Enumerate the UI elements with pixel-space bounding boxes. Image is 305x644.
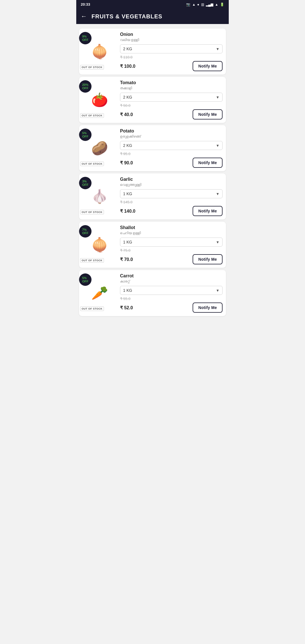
back-button[interactable]: ←	[81, 13, 87, 20]
chevron-down-icon-tomato: ▼	[216, 95, 219, 99]
product-image-wrapper-onion: 9%OFF 🧅 OUT OF STOCK	[79, 32, 120, 71]
out-of-stock-tomato: OUT OF STOCK	[80, 113, 104, 118]
product-name-local-garlic: വെളുത്തുള്ളി	[120, 183, 141, 187]
discount-badge-tomato: 20%OFF	[79, 80, 91, 93]
quantity-selector-potato[interactable]: 2 KG ▼	[120, 141, 223, 150]
product-image-shallot: 🧅	[87, 234, 112, 255]
notify-button-garlic[interactable]: Notify Me	[193, 206, 223, 216]
price-row-shallot: ₹ 75.0	[120, 248, 223, 253]
dot-icon: ●	[197, 3, 199, 6]
product-image-carrot: 🥕	[87, 282, 112, 304]
product-name-en-garlic: Garlic	[120, 177, 133, 182]
product-name-local-carrot: കാരറ്റ്	[120, 279, 130, 283]
product-card-garlic: 3%OFF 🧄 OUT OF STOCK Garlic വെളുത്തുള്ളി…	[79, 173, 226, 219]
product-name-local-potato: ഉരുളക്കിഴങ്ങ്	[120, 134, 141, 138]
quantity-value-carrot: 1 KG	[123, 288, 132, 293]
battery-icon: 🔋	[220, 3, 224, 6]
product-image-garlic: 🧄	[87, 186, 112, 207]
app-header: ← FRUITS & VEGETABLES	[76, 9, 229, 24]
quantity-value-garlic: 1 KG	[123, 192, 132, 196]
product-list: 9%OFF 🧅 OUT OF STOCK Onion വലിയ ഉള്ളി 2 …	[76, 24, 229, 321]
out-of-stock-shallot: OUT OF STOCK	[80, 258, 104, 263]
product-image-wrapper-carrot: 5%OFF 🥕 OUT OF STOCK	[79, 273, 120, 313]
price-row-bottom-garlic: ₹ 140.0 Notify Me	[120, 206, 223, 216]
price-row-potato: ₹ 95.0	[120, 152, 223, 156]
product-info-shallot: Shallot ചെറിയ ഉള്ളി 1 KG ▼ ₹ 75.0 ₹ 70.0…	[120, 225, 223, 264]
product-name-en-tomato: Tomato	[120, 80, 136, 85]
quantity-value-tomato: 2 KG	[123, 95, 132, 99]
quantity-selector-garlic[interactable]: 1 KG ▼	[120, 189, 223, 198]
chevron-down-icon-onion: ▼	[216, 47, 219, 51]
quantity-selector-shallot[interactable]: 1 KG ▼	[120, 238, 223, 247]
product-card-onion: 9%OFF 🧅 OUT OF STOCK Onion വലിയ ഉള്ളി 2 …	[79, 29, 226, 75]
price-original-potato: ₹ 95.0	[120, 152, 130, 156]
product-info-tomato: Tomato തക്കാളി 2 KG ▼ ₹ 50.0 ₹ 40.0 Noti…	[120, 80, 223, 119]
status-bar: 20:33 📷 ▲ ● ▥ ▂▄▆ ▲ 🔋	[76, 0, 229, 9]
price-original-tomato: ₹ 50.0	[120, 103, 130, 108]
signal-icon: ▂▄▆	[206, 3, 213, 6]
notify-button-potato[interactable]: Notify Me	[193, 158, 223, 168]
out-of-stock-garlic: OUT OF STOCK	[80, 210, 104, 214]
discount-badge-potato: 5%OFF	[79, 129, 91, 141]
price-current-shallot: ₹ 70.0	[120, 257, 133, 262]
quantity-value-shallot: 1 KG	[123, 240, 132, 244]
price-row-bottom-shallot: ₹ 70.0 Notify Me	[120, 254, 223, 264]
wifi-icon: ▲	[215, 3, 218, 6]
quantity-value-onion: 2 KG	[123, 47, 132, 51]
product-name-en-potato: Potato	[120, 129, 134, 133]
price-row-bottom-onion: ₹ 100.0 Notify Me	[120, 61, 223, 71]
product-info-potato: Potato ഉരുളക്കിഴങ്ങ് 2 KG ▼ ₹ 95.0 ₹ 90.…	[120, 129, 223, 168]
product-name-shallot: Shallot ചെറിയ ഉള്ളി	[120, 225, 223, 235]
product-info-garlic: Garlic വെളുത്തുള്ളി 1 KG ▼ ₹ 145.0 ₹ 140…	[120, 177, 223, 216]
product-card-shallot: 7%OFF 🧅 OUT OF STOCK Shallot ചെറിയ ഉള്ളി…	[79, 222, 226, 268]
out-of-stock-onion: OUT OF STOCK	[80, 65, 104, 69]
product-image-wrapper-shallot: 7%OFF 🧅 OUT OF STOCK	[79, 225, 120, 264]
out-of-stock-carrot: OUT OF STOCK	[80, 306, 104, 311]
page-title: FRUITS & VEGETABLES	[91, 13, 162, 20]
nav-icon: ▲	[192, 3, 195, 6]
notify-button-tomato[interactable]: Notify Me	[193, 109, 223, 119]
status-time: 20:33	[81, 2, 90, 6]
product-image-potato: 🥔	[87, 138, 112, 159]
price-row-carrot: ₹ 55.0	[120, 297, 223, 301]
quantity-selector-carrot[interactable]: 1 KG ▼	[120, 286, 223, 295]
product-image-wrapper-garlic: 3%OFF 🧄 OUT OF STOCK	[79, 177, 120, 216]
product-card-carrot: 5%OFF 🥕 OUT OF STOCK Carrot കാരറ്റ് 1 KG…	[79, 270, 226, 316]
quantity-value-potato: 2 KG	[123, 143, 132, 148]
notify-button-shallot[interactable]: Notify Me	[193, 254, 223, 264]
vibrate-icon: ▥	[201, 3, 204, 6]
product-card-potato: 5%OFF 🥔 OUT OF STOCK Potato ഉരുളക്കിഴങ്ങ…	[79, 125, 226, 171]
product-image-tomato: 🍅	[87, 89, 112, 110]
price-row-garlic: ₹ 145.0	[120, 200, 223, 204]
discount-badge-garlic: 3%OFF	[79, 177, 91, 189]
quantity-selector-onion[interactable]: 2 KG ▼	[120, 44, 223, 53]
camera-icon: 📷	[186, 3, 190, 6]
chevron-down-icon-potato: ▼	[216, 143, 219, 148]
product-info-carrot: Carrot കാരറ്റ് 1 KG ▼ ₹ 55.0 ₹ 52.0 Noti…	[120, 273, 223, 313]
product-name-local-shallot: ചെറിയ ഉള്ളി	[120, 231, 141, 235]
product-name-onion: Onion വലിയ ഉള്ളി	[120, 32, 223, 42]
notify-button-carrot[interactable]: Notify Me	[193, 303, 223, 313]
price-current-carrot: ₹ 52.0	[120, 305, 133, 310]
price-original-garlic: ₹ 145.0	[120, 200, 132, 204]
price-current-tomato: ₹ 40.0	[120, 112, 133, 117]
price-row-bottom-tomato: ₹ 40.0 Notify Me	[120, 109, 223, 119]
product-name-local-onion: വലിയ ഉള്ളി	[120, 38, 139, 42]
price-row-bottom-carrot: ₹ 52.0 Notify Me	[120, 303, 223, 313]
product-name-potato: Potato ഉരുളക്കിഴങ്ങ്	[120, 129, 223, 139]
chevron-down-icon-carrot: ▼	[216, 288, 219, 293]
price-current-garlic: ₹ 140.0	[120, 208, 135, 214]
product-name-en-shallot: Shallot	[120, 225, 135, 230]
quantity-selector-tomato[interactable]: 2 KG ▼	[120, 93, 223, 102]
product-name-carrot: Carrot കാരറ്റ്	[120, 273, 223, 284]
status-icons: 📷 ▲ ● ▥ ▂▄▆ ▲ 🔋	[186, 3, 224, 6]
price-original-onion: ₹ 110.0	[120, 55, 132, 59]
price-original-shallot: ₹ 75.0	[120, 248, 130, 253]
notify-button-onion[interactable]: Notify Me	[193, 61, 223, 71]
chevron-down-icon-garlic: ▼	[216, 192, 219, 196]
price-current-onion: ₹ 100.0	[120, 64, 135, 69]
product-name-en-onion: Onion	[120, 32, 133, 37]
out-of-stock-potato: OUT OF STOCK	[80, 162, 104, 166]
chevron-down-icon-shallot: ▼	[216, 240, 219, 244]
product-image-onion: 🧅	[87, 41, 112, 62]
